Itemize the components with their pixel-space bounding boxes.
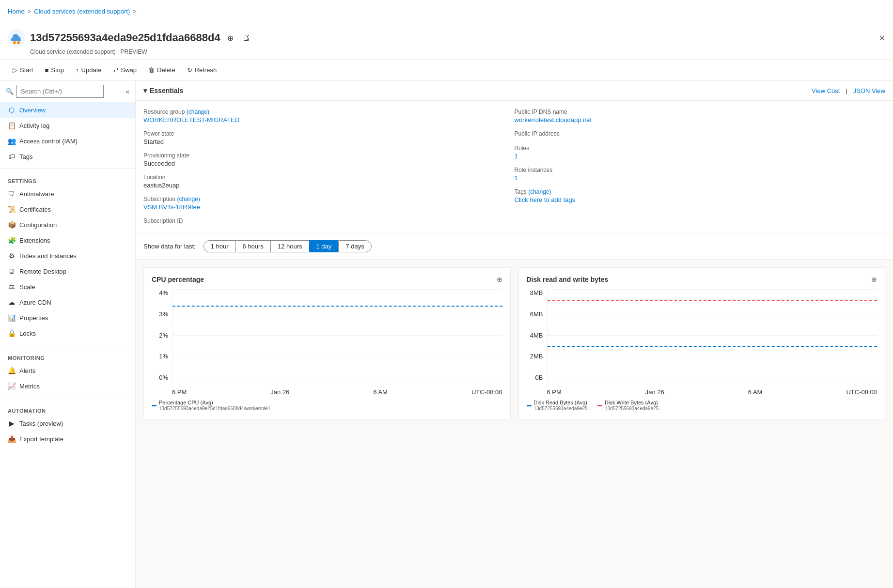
essentials-chevron-icon: ▾: [143, 87, 147, 94]
update-icon: ↑: [76, 66, 79, 74]
update-button[interactable]: ↑ Update: [71, 63, 106, 77]
sidebar-item-extensions[interactable]: 🧩 Extensions: [0, 232, 135, 248]
sidebar-item-metrics[interactable]: 📈 Metrics: [0, 378, 135, 394]
disk-write-legend-dot: [597, 405, 602, 406]
refresh-icon: ↻: [187, 66, 192, 74]
disk-grid-75: [548, 358, 877, 358]
tags-add-link[interactable]: Click here to add tags: [515, 196, 576, 203]
essentials-title-row: ▾ Essentials: [143, 87, 183, 94]
cpu-chart-area: 4% 3% 2% 1% 0% 6 P: [152, 289, 502, 396]
certificates-icon: 📜: [8, 205, 16, 213]
locks-label: Locks: [19, 330, 36, 337]
swap-button[interactable]: ⇄ Swap: [109, 63, 142, 77]
filter-6hours-button[interactable]: 6 hours: [235, 240, 270, 252]
roles-link[interactable]: 1: [515, 153, 518, 160]
json-view-button[interactable]: JSON View: [853, 87, 885, 94]
subscription-value: VSM BVTs-18f49fee: [143, 203, 515, 211]
cpu-grid-50: [172, 335, 502, 336]
disk-chart-header: Disk read and write bytes ⊕: [527, 276, 877, 283]
sidebar-item-tasks[interactable]: ▶ Tasks (preview): [0, 416, 135, 431]
role-instances-field: Role instances 1: [515, 167, 886, 182]
cpu-grid-0: [172, 289, 502, 290]
start-icon: ▷: [13, 66, 17, 74]
power-state-value: Started: [143, 138, 515, 145]
refresh-button[interactable]: ↻ Refresh: [182, 63, 222, 77]
location-field: Location eastus2euap: [143, 174, 515, 189]
cpu-legend-dot: [152, 405, 157, 406]
resource-group-link[interactable]: WORKERROLETEST-MIGRATED: [143, 116, 239, 124]
automation-section-label: Automation: [0, 402, 135, 416]
stop-icon: ■: [45, 66, 48, 74]
disk-write-data-line: [548, 346, 877, 347]
disk-chart-pin-button[interactable]: ⊕: [871, 276, 877, 283]
sidebar-item-scale[interactable]: ⚖ Scale: [0, 279, 135, 294]
sidebar-item-export-template[interactable]: 📤 Export template: [0, 431, 135, 447]
filter-1hour-button[interactable]: 1 hour: [204, 240, 235, 252]
disk-y-4mb: 4MB: [530, 332, 543, 339]
breadcrumb-cloud-services[interactable]: Cloud services (extended support): [34, 8, 130, 15]
cpu-grid-75: [172, 358, 502, 358]
resource-group-field: Resource group (change) WORKERROLETEST-M…: [143, 108, 515, 124]
overview-label: Overview: [19, 107, 46, 114]
sidebar-item-remote-desktop[interactable]: 🖥 Remote Desktop: [0, 263, 135, 279]
search-input[interactable]: [16, 85, 104, 98]
cpu-y-3: 3%: [159, 310, 168, 318]
sidebar-divider-1: [0, 168, 135, 169]
essentials-right-col: Public IP DNS name workerroletest.clouda…: [515, 108, 886, 225]
monitoring-section-label: Monitoring: [0, 349, 135, 363]
sidebar-item-alerts[interactable]: 🔔 Alerts: [0, 363, 135, 378]
close-button[interactable]: ✕: [879, 33, 885, 43]
public-ip-dns-link[interactable]: workerroletest.cloudapp.net: [515, 116, 592, 124]
export-template-label: Export template: [19, 435, 63, 443]
stop-button[interactable]: ■ Stop: [40, 63, 69, 77]
sidebar-item-properties[interactable]: 📊 Properties: [0, 310, 135, 325]
filter-12hours-button[interactable]: 12 hours: [270, 240, 309, 252]
disk-write-legend-label: Disk Write Bytes (Avg) 13d57255693a4eda9…: [605, 400, 663, 411]
cpu-chart-plot: [172, 289, 502, 381]
view-cost-button[interactable]: View Cost: [812, 87, 840, 94]
disk-x-6pm: 6 PM: [547, 388, 562, 396]
disk-chart-area: 8MB 6MB 4MB 2MB 0B: [527, 289, 877, 396]
subscription-id-field: Subscription ID: [143, 217, 515, 225]
charts-container: CPU percentage ⊕ 4% 3% 2% 1% 0%: [136, 260, 893, 427]
filter-1day-button[interactable]: 1 day: [309, 240, 339, 252]
sidebar-item-azure-cdn[interactable]: ☁ Azure CDN: [0, 294, 135, 310]
sidebar-item-certificates[interactable]: 📜 Certificates: [0, 201, 135, 217]
sidebar-item-roles-instances[interactable]: ⚙ Roles and Instances: [0, 248, 135, 263]
tasks-label: Tasks (preview): [19, 420, 63, 427]
breadcrumb-sep1: >: [28, 8, 31, 15]
essentials-left-col: Resource group (change) WORKERROLETEST-M…: [143, 108, 515, 225]
resource-group-change[interactable]: (change): [187, 108, 209, 115]
toolbar: ▷ Start ■ Stop ↑ Update ⇄ Swap 🗑 Delete …: [0, 60, 893, 81]
print-icon-button[interactable]: 🖨: [240, 32, 252, 43]
main-layout: 🔍 « ⬡ Overview 📋 Activity log 👥 Access c…: [0, 81, 893, 588]
subscription-link[interactable]: VSM BVTs-18f49fee: [143, 203, 200, 211]
cpu-legend-item: Percentage CPU (Avg) 13d57255693a4eda9e2…: [152, 400, 270, 411]
role-instances-link[interactable]: 1: [515, 174, 518, 182]
cpu-y-1: 1%: [159, 353, 168, 360]
sidebar-item-overview[interactable]: ⬡ Overview: [0, 102, 135, 118]
public-ip-address-label: Public IP address: [515, 130, 886, 137]
cpu-chart-header: CPU percentage ⊕: [152, 276, 502, 283]
breadcrumb-home[interactable]: Home: [8, 8, 25, 15]
subscription-change[interactable]: (change): [177, 196, 200, 202]
tags-icon: 🏷: [8, 153, 16, 160]
sidebar-item-tags[interactable]: 🏷 Tags: [0, 149, 135, 164]
tags-change[interactable]: (change): [528, 188, 551, 195]
sidebar-item-antimalware[interactable]: 🛡 Antimalware: [0, 186, 135, 201]
collapse-sidebar-button[interactable]: «: [125, 88, 129, 95]
sidebar-item-locks[interactable]: 🔒 Locks: [0, 325, 135, 341]
sidebar-item-access-control[interactable]: 👥 Access control (IAM): [0, 133, 135, 149]
start-button[interactable]: ▷ Start: [8, 63, 38, 77]
main-content: ▾ Essentials View Cost | JSON View Resou…: [136, 81, 893, 588]
pin-icon-button[interactable]: ⊕: [225, 32, 235, 44]
essentials-header: ▾ Essentials View Cost | JSON View: [136, 81, 893, 101]
export-template-icon: 📤: [8, 435, 16, 443]
filter-7days-button[interactable]: 7 days: [338, 240, 371, 252]
cpu-chart-pin-button[interactable]: ⊕: [497, 276, 502, 283]
disk-chart-card: Disk read and write bytes ⊕ 8MB 6MB 4MB …: [518, 267, 886, 419]
delete-button[interactable]: 🗑 Delete: [143, 63, 180, 77]
data-filter: Show data for last: 1 hour 6 hours 12 ho…: [136, 233, 893, 260]
sidebar-item-configuration[interactable]: 📦 Configuration: [0, 217, 135, 232]
sidebar-item-activity-log[interactable]: 📋 Activity log: [0, 118, 135, 133]
